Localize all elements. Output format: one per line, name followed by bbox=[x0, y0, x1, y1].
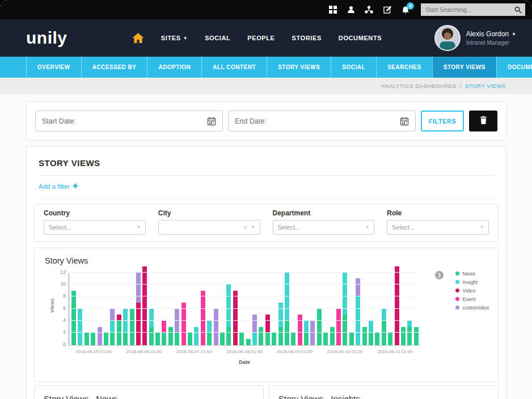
bar[interactable] bbox=[117, 315, 121, 345]
bar[interactable] bbox=[414, 327, 419, 345]
bar[interactable] bbox=[85, 333, 89, 345]
tab-accessed-by[interactable]: ACCESSED BY bbox=[81, 57, 147, 78]
bar[interactable] bbox=[323, 333, 328, 345]
bar[interactable] bbox=[272, 333, 276, 345]
bar[interactable] bbox=[181, 303, 186, 345]
bar[interactable] bbox=[130, 309, 134, 345]
nav-item-sites[interactable]: SITES▼ bbox=[161, 35, 188, 41]
bar[interactable] bbox=[110, 309, 115, 345]
bar[interactable] bbox=[375, 333, 379, 345]
bar[interactable] bbox=[304, 321, 309, 345]
bar[interactable] bbox=[168, 327, 173, 345]
bar[interactable] bbox=[278, 303, 283, 345]
unily-logo[interactable]: unily bbox=[26, 28, 111, 48]
nav-item-social[interactable]: SOCIAL bbox=[205, 35, 230, 41]
tab-social[interactable]: SOCIAL bbox=[331, 57, 376, 78]
bar[interactable] bbox=[291, 333, 295, 345]
bar[interactable] bbox=[142, 266, 147, 345]
org-chart-icon[interactable] bbox=[364, 5, 374, 15]
bar[interactable] bbox=[349, 333, 354, 345]
bar[interactable] bbox=[91, 333, 95, 345]
legend-item-customidea[interactable]: customIdea bbox=[455, 305, 489, 311]
nav-item-stories[interactable]: STORIES bbox=[292, 35, 322, 41]
apps-grid-icon[interactable] bbox=[328, 5, 337, 15]
bar[interactable] bbox=[162, 321, 166, 345]
user-menu[interactable]: Alexis Gordon ▼ bbox=[466, 30, 516, 38]
bar[interactable] bbox=[336, 309, 341, 345]
bar[interactable] bbox=[388, 333, 392, 345]
nav-item-people[interactable]: PEOPLE bbox=[247, 35, 275, 41]
clear-filters-button[interactable] bbox=[469, 111, 497, 131]
bar[interactable] bbox=[356, 278, 360, 345]
bar[interactable] bbox=[123, 309, 128, 345]
global-search[interactable] bbox=[421, 3, 525, 16]
bar[interactable] bbox=[252, 315, 257, 345]
tab-documents[interactable]: DOCUMENTS bbox=[496, 57, 532, 78]
search-input[interactable] bbox=[421, 6, 510, 13]
compose-icon[interactable] bbox=[382, 5, 392, 15]
legend-item-insight[interactable]: Insight bbox=[455, 279, 489, 285]
end-date-field[interactable]: End Date: bbox=[228, 111, 416, 131]
bar[interactable] bbox=[265, 315, 270, 345]
bar[interactable] bbox=[233, 291, 238, 345]
tab-all-content[interactable]: ALL CONTENT bbox=[201, 57, 267, 78]
nav-item-documents[interactable]: DOCUMENTS bbox=[339, 35, 382, 41]
bar[interactable] bbox=[317, 309, 322, 345]
tab-adoption[interactable]: ADOPTION bbox=[147, 57, 201, 78]
clear-icon[interactable]: × bbox=[243, 224, 247, 231]
calendar-icon[interactable] bbox=[400, 117, 409, 126]
bar[interactable] bbox=[407, 321, 412, 345]
filters-button[interactable]: FILTERS bbox=[421, 111, 464, 131]
bar[interactable] bbox=[362, 327, 367, 345]
legend-toggle-button[interactable]: ❯ bbox=[435, 271, 444, 279]
bar[interactable] bbox=[285, 273, 289, 345]
avatar[interactable] bbox=[434, 25, 461, 51]
breadcrumb-parent[interactable]: ANALYTICS DASHBOARDS bbox=[381, 83, 456, 89]
bar[interactable] bbox=[104, 333, 108, 345]
bar[interactable] bbox=[259, 327, 263, 345]
add-filter-link[interactable]: Add a filter ✚ bbox=[39, 182, 78, 190]
start-date-field[interactable]: Start Date: bbox=[35, 111, 223, 131]
select-value: Select... bbox=[49, 224, 71, 231]
bar[interactable] bbox=[201, 291, 205, 345]
home-icon[interactable] bbox=[132, 33, 144, 43]
tab-overview[interactable]: OVERVIEW bbox=[26, 57, 81, 78]
bar[interactable] bbox=[149, 309, 154, 345]
bell-icon[interactable]: 8 bbox=[400, 5, 410, 15]
bar[interactable] bbox=[330, 327, 335, 345]
bar[interactable] bbox=[188, 333, 192, 345]
bar[interactable] bbox=[369, 321, 373, 345]
department-select[interactable]: Select...▼ bbox=[273, 220, 375, 235]
bar[interactable] bbox=[382, 309, 386, 345]
bar[interactable] bbox=[401, 327, 406, 345]
bar[interactable] bbox=[395, 266, 399, 345]
role-select[interactable]: Select...▼ bbox=[387, 220, 489, 235]
bar[interactable] bbox=[78, 309, 82, 345]
bar[interactable] bbox=[220, 333, 225, 345]
tab-story-views[interactable]: STORY VIEWS bbox=[267, 57, 331, 78]
bar[interactable] bbox=[155, 333, 160, 345]
bar[interactable] bbox=[98, 327, 102, 345]
person-icon[interactable] bbox=[346, 5, 356, 15]
bar[interactable] bbox=[175, 309, 179, 345]
legend-item-video[interactable]: Video bbox=[455, 288, 489, 294]
country-select[interactable]: Select...▼ bbox=[44, 220, 146, 235]
bar[interactable] bbox=[136, 273, 141, 345]
city-select[interactable]: ×▼ bbox=[158, 220, 260, 235]
search-icon[interactable] bbox=[510, 3, 525, 16]
bar[interactable] bbox=[343, 273, 347, 345]
bar[interactable] bbox=[226, 285, 231, 345]
bar[interactable] bbox=[71, 291, 76, 345]
tab-searches[interactable]: SEARCHES bbox=[376, 57, 432, 78]
calendar-icon[interactable] bbox=[207, 117, 216, 126]
bar[interactable] bbox=[310, 321, 315, 345]
bar[interactable] bbox=[298, 315, 302, 345]
legend-item-news[interactable]: News bbox=[455, 271, 489, 277]
tab-story-views-active[interactable]: STORY VIEWS bbox=[432, 57, 496, 78]
bar[interactable] bbox=[207, 321, 212, 345]
bar[interactable] bbox=[194, 327, 199, 345]
bar[interactable] bbox=[239, 333, 244, 345]
bar[interactable] bbox=[214, 309, 218, 345]
legend-item-event[interactable]: Event bbox=[455, 296, 489, 302]
bar[interactable] bbox=[246, 339, 251, 345]
